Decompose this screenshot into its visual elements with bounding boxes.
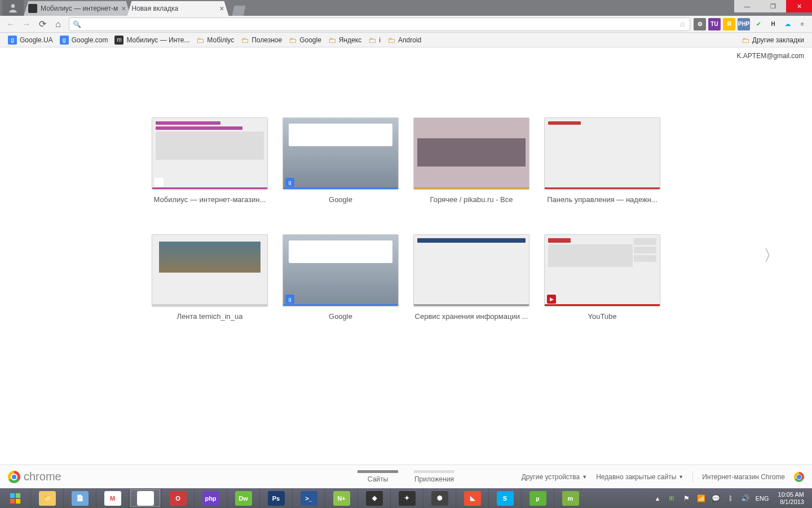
- taskbar-app-utorrent[interactable]: µ: [521, 488, 554, 508]
- chrome-logo-icon: [8, 471, 20, 483]
- extension-settings-icon[interactable]: ⚙: [694, 18, 706, 30]
- extension-menu-icon[interactable]: ≡: [796, 18, 809, 30]
- tray-up-icon[interactable]: ▴: [653, 494, 662, 503]
- mostvisited-tile[interactable]: Лента temich_in_ua: [152, 234, 268, 321]
- url-input[interactable]: [83, 20, 679, 28]
- window-controls: — ❐ ✕: [734, 0, 812, 12]
- home-button[interactable]: ⌂: [51, 17, 65, 32]
- bookmark-item[interactable]: 🗀Android: [384, 34, 425, 46]
- taskbar-app-skype[interactable]: S: [488, 488, 521, 508]
- folder-icon: 🗀: [196, 36, 204, 45]
- start-button[interactable]: [0, 488, 30, 508]
- minimize-button[interactable]: —: [734, 0, 760, 12]
- extension-tu-icon[interactable]: TU: [708, 18, 721, 30]
- git-icon: ◣: [464, 491, 481, 506]
- extension-php-icon[interactable]: PHP: [738, 18, 750, 30]
- favicon-icon: [28, 4, 37, 13]
- reload-button[interactable]: ⟳: [35, 17, 50, 32]
- folder-icon: 🗀: [328, 36, 336, 45]
- browser-tab-0[interactable]: Мобилиус — интернет-м ×: [24, 1, 131, 16]
- bookmark-item[interactable]: gGoogle.UA: [5, 34, 56, 46]
- mostvisited-tile[interactable]: gGoogle: [283, 117, 399, 204]
- bookmark-item[interactable]: 🗀Мобіліус: [193, 34, 237, 46]
- bookmark-label: Мобилиус — Инте...: [126, 36, 189, 44]
- close-button[interactable]: ✕: [786, 0, 812, 12]
- profile-avatar-button[interactable]: [2, 0, 24, 16]
- tray-flag-icon[interactable]: ⚑: [682, 494, 691, 503]
- taskbar-app-npp[interactable]: N+: [325, 488, 358, 508]
- tray-shield-icon[interactable]: ⛨: [668, 494, 677, 503]
- explorer-icon: 📁: [39, 491, 56, 506]
- section-tab[interactable]: Приложения: [414, 470, 454, 483]
- taskbar-app-notepad[interactable]: 📄: [63, 488, 96, 508]
- extension-check-icon[interactable]: ✔: [752, 18, 765, 30]
- bookmark-item[interactable]: 🗀Яндекс: [325, 34, 365, 46]
- bookmark-item[interactable]: gGoogle.com: [56, 34, 112, 46]
- other-bookmarks-button[interactable]: 🗀 Другие закладки: [738, 34, 807, 46]
- taskbar-app-powershell[interactable]: >_: [292, 488, 325, 508]
- taskbar-app-git[interactable]: ◣: [456, 488, 488, 508]
- mostvisited-tile[interactable]: Горячее / pikabu.ru - Все: [413, 117, 529, 204]
- mostvisited-tile[interactable]: Мобилиус — интернет-магазин...: [152, 117, 268, 204]
- taskbar-app-explorer[interactable]: 📁: [30, 488, 63, 508]
- tray-vol-icon[interactable]: 🔊: [741, 494, 750, 503]
- browser-toolbar: ← → ⟳ ⌂ 🔍 ☆ ⚙TUЯPHP✔H☁≡: [0, 16, 812, 33]
- omnibox[interactable]: 🔍 ☆: [69, 17, 690, 31]
- extension-ya-icon[interactable]: Я: [723, 18, 735, 30]
- user-email-label[interactable]: K.APTEM@gmail.com: [736, 52, 804, 60]
- footer-link[interactable]: Недавно закрытые сайты ▼: [596, 473, 683, 481]
- tray-clock[interactable]: 10:05 AM 8/1/2013: [775, 491, 807, 505]
- mostvisited-tile[interactable]: gGoogle: [283, 234, 399, 321]
- bookmark-item[interactable]: mМобилиус — Инте...: [111, 34, 193, 46]
- thumbnail-preview: [152, 117, 268, 190]
- section-tab[interactable]: Сайты: [358, 470, 398, 483]
- taskbar-app-opera[interactable]: O: [161, 488, 194, 508]
- bookmark-label: Google: [299, 36, 321, 44]
- back-button[interactable]: ←: [3, 17, 18, 32]
- extension-cloud-icon[interactable]: ☁: [782, 18, 794, 30]
- webstore-icon[interactable]: [794, 472, 804, 482]
- site-icon: g: [60, 36, 69, 45]
- bookmark-label: Google.com: [72, 36, 108, 44]
- maximize-button[interactable]: ❐: [760, 0, 786, 12]
- site-icon: m: [114, 36, 123, 45]
- taskbar-app-app1[interactable]: ◆: [358, 488, 390, 508]
- mostvisited-tile[interactable]: Сервис хранения информации ...: [413, 234, 529, 321]
- mostvisited-tile[interactable]: Панель управления — надежн...: [544, 117, 660, 204]
- new-tab-button[interactable]: [232, 6, 246, 16]
- tab-close-icon[interactable]: ×: [219, 4, 224, 13]
- bookmark-star-icon[interactable]: ☆: [679, 20, 686, 29]
- tray-net-icon[interactable]: 📶: [697, 494, 706, 503]
- taskbar-app-app3[interactable]: ⬢: [423, 488, 456, 508]
- taskbar-app-gmail[interactable]: M: [96, 488, 129, 508]
- extension-h-icon[interactable]: H: [767, 18, 779, 30]
- footer-link[interactable]: Другие устройства ▼: [522, 473, 588, 481]
- footer-link[interactable]: Интернет-магазин Chrome: [702, 473, 785, 481]
- bookmark-item[interactable]: 🗀Google: [285, 34, 325, 46]
- next-page-arrow[interactable]: 〉: [764, 245, 779, 266]
- tray-bt-icon[interactable]: ᛒ: [726, 494, 735, 503]
- thumbnail-badge-icon: [155, 178, 164, 187]
- browser-tab-1[interactable]: Новая вкладка ×: [127, 1, 229, 16]
- taskbar-app-app4[interactable]: m: [554, 488, 586, 508]
- taskbar-app-chrome[interactable]: ◉: [129, 488, 161, 508]
- bookmark-label: i: [379, 36, 381, 44]
- bookmarks-bar: gGoogle.UAgGoogle.commМобилиус — Инте...…: [0, 33, 812, 47]
- bookmark-item[interactable]: 🗀i: [365, 34, 384, 46]
- taskbar-app-photoshop[interactable]: Ps: [259, 488, 292, 508]
- taskbar-app-app2[interactable]: ✦: [390, 488, 423, 508]
- taskbar-app-phpstorm[interactable]: php: [194, 488, 227, 508]
- npp-icon: N+: [333, 491, 350, 506]
- thumbnail-badge-icon: g: [285, 178, 294, 187]
- site-icon: g: [8, 36, 17, 45]
- section-tab-label: Приложения: [414, 475, 454, 483]
- thumbnail-preview: [413, 234, 529, 306]
- tab-close-icon[interactable]: ×: [121, 4, 126, 13]
- forward-button[interactable]: →: [19, 17, 34, 32]
- taskbar-app-dreamweaver[interactable]: Dw: [227, 488, 259, 508]
- bookmark-item[interactable]: 🗀Полезное: [237, 34, 285, 46]
- bookmark-label: Мобіліус: [207, 36, 234, 44]
- mostvisited-tile[interactable]: ▶YouTube: [544, 234, 660, 321]
- tray-chat-icon[interactable]: 💬: [712, 494, 721, 503]
- tray-lang[interactable]: ENG: [756, 495, 769, 502]
